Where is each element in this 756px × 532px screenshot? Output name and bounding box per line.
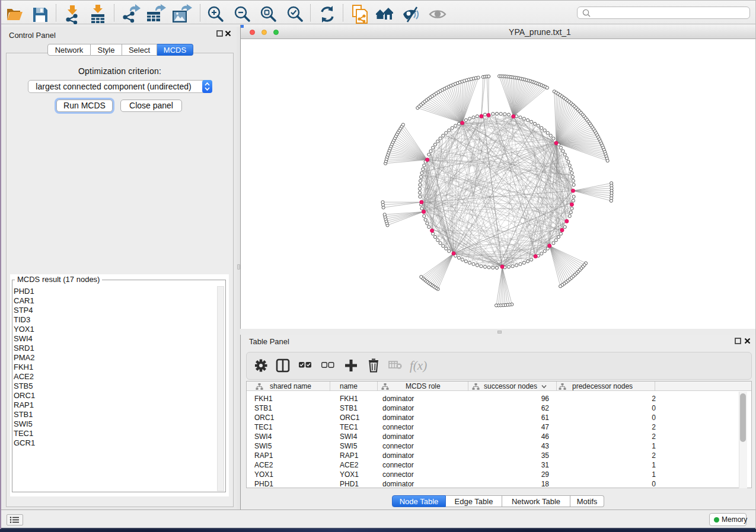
svg-text:f(x): f(x) — [410, 358, 427, 373]
